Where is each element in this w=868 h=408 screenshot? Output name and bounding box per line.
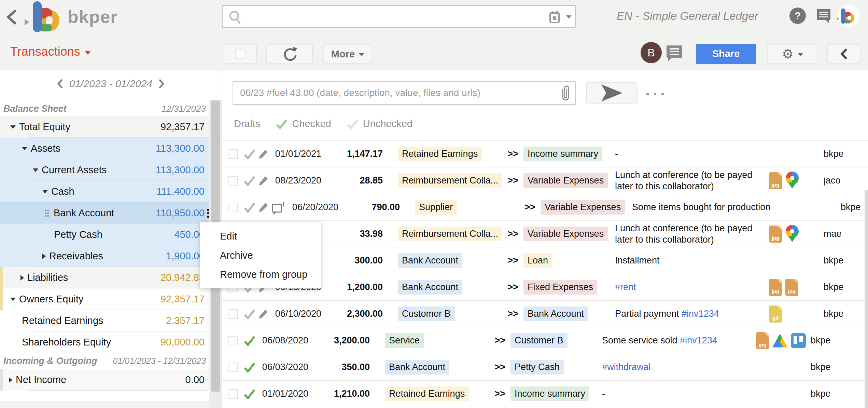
checked-status-icon[interactable] <box>244 202 255 213</box>
to-account-badge[interactable]: Bank Account <box>523 307 588 321</box>
hashtag-link[interactable]: #withdrawal <box>602 362 651 372</box>
expand-arrow-icon[interactable] <box>9 377 12 383</box>
transaction-row[interactable]: 06/08/2020 3,200.00 Service >> Customer … <box>222 327 868 354</box>
expand-arrow-icon[interactable] <box>42 190 48 193</box>
hashtag-link[interactable]: #inv1234 <box>682 309 719 319</box>
row-checkbox[interactable] <box>228 309 238 319</box>
search-input[interactable] <box>244 6 534 26</box>
collapse-panel-button[interactable] <box>827 44 860 64</box>
from-account-badge[interactable]: Reimbursement Colla... <box>398 173 502 188</box>
expand-arrow-icon[interactable] <box>20 275 24 281</box>
to-account-badge[interactable]: Customer B <box>510 333 568 348</box>
context-menu-item[interactable]: Archive <box>200 246 321 265</box>
to-account-badge[interactable]: Loan <box>523 253 552 268</box>
search-dropdown-icon[interactable] <box>566 15 572 19</box>
drag-handle-icon[interactable] <box>44 209 49 217</box>
transaction-row[interactable]: 1 06/20/2020 790.00 Supplier >> Variable… <box>222 194 868 221</box>
expand-arrow-icon[interactable] <box>10 125 16 129</box>
account-row[interactable]: Retained Earnings 2,357.17 <box>0 310 222 331</box>
drive-icon[interactable] <box>772 334 787 348</box>
edit-pencil-icon[interactable] <box>257 176 269 186</box>
maps-icon[interactable] <box>785 172 799 190</box>
from-account-badge[interactable]: Supplier <box>415 200 457 215</box>
to-account-badge[interactable]: Variable Expenses <box>541 200 625 215</box>
next-period-icon[interactable] <box>158 79 165 89</box>
row-checkbox[interactable] <box>228 336 238 345</box>
account-row[interactable]: Petty Cash 450.00 <box>0 224 222 245</box>
context-menu-item[interactable]: Edit <box>200 227 321 246</box>
checked-status-icon[interactable] <box>244 335 255 346</box>
checked-status-icon[interactable] <box>244 175 255 186</box>
transaction-entry-input[interactable] <box>240 82 553 104</box>
settings-button[interactable]: ⚙ <box>767 44 818 64</box>
account-row[interactable]: Net Income 0.00 <box>0 369 222 391</box>
account-row[interactable]: Owners Equity 92,357.17 <box>0 288 222 310</box>
checked-status-icon[interactable] <box>244 149 255 160</box>
trello-icon[interactable] <box>791 333 806 348</box>
checked-status-icon[interactable] <box>244 362 255 373</box>
help-icon[interactable] <box>789 8 806 24</box>
account-row[interactable]: Shareholders Equity 90,000.00 <box>0 331 222 353</box>
account-row[interactable]: Total Equity 92,357.17 <box>0 116 222 138</box>
view-selector[interactable]: Transactions <box>10 44 91 59</box>
transaction-row[interactable]: 08/23/2020 28.85 Reimbursement Colla... … <box>222 167 868 194</box>
checked-status-icon[interactable] <box>244 389 255 399</box>
row-checkbox[interactable] <box>228 363 238 372</box>
to-account-badge[interactable]: Variable Expenses <box>523 173 608 188</box>
expand-arrow-icon[interactable] <box>42 254 46 259</box>
from-account-badge[interactable]: Reimbursement Colla... <box>398 227 502 241</box>
bkper-account-avatar[interactable] <box>837 5 860 27</box>
filter-toggle[interactable]: Unchecked <box>347 118 412 130</box>
checked-status-icon[interactable] <box>244 309 255 319</box>
jpg-icon[interactable] <box>769 172 782 189</box>
edit-pencil-icon[interactable] <box>257 202 269 213</box>
from-account-badge[interactable]: Bank Account <box>398 253 462 268</box>
account-row[interactable]: Bank Account 110,950.00 <box>0 202 222 224</box>
paperclip-icon[interactable] <box>561 85 571 101</box>
transaction-row[interactable]: 06/03/2020 350.00 Bank Account >> Petty … <box>222 354 868 381</box>
from-account-badge[interactable]: Retained Earnings <box>385 386 469 401</box>
account-menu-icon[interactable] <box>207 208 209 218</box>
select-all-button[interactable] <box>224 44 257 64</box>
to-account-badge[interactable]: Income summary <box>510 386 589 401</box>
expand-arrow-icon[interactable] <box>33 168 38 172</box>
comments-icon[interactable] <box>667 45 683 61</box>
collaborator-avatar[interactable]: B <box>641 42 662 63</box>
account-row[interactable]: Liabilities 20,942.83 <box>0 267 222 288</box>
previous-period-icon[interactable] <box>57 79 63 89</box>
jpg-icon[interactable] <box>785 279 798 296</box>
expand-arrow-icon[interactable] <box>10 298 16 301</box>
more-options-icon[interactable] <box>646 93 674 95</box>
table-scrollbar[interactable] <box>865 190 868 408</box>
row-checkbox[interactable] <box>228 203 238 212</box>
bkper-logo[interactable]: bkper <box>33 1 118 32</box>
row-checkbox[interactable] <box>228 176 238 186</box>
filter-toggle[interactable]: Checked <box>276 118 331 130</box>
jpg-icon[interactable] <box>769 226 782 243</box>
to-account-badge[interactable]: Income summary <box>523 147 602 161</box>
hashtag-link[interactable]: #inv1234 <box>680 335 717 345</box>
transaction-row[interactable]: 01/01/2021 1,147.17 Retained Earnings >>… <box>222 141 868 167</box>
expand-arrow-icon[interactable] <box>22 147 27 150</box>
back-icon[interactable] <box>5 8 20 27</box>
gif-icon[interactable] <box>769 305 782 323</box>
feedback-chat-icon[interactable] <box>813 9 831 25</box>
transaction-row[interactable]: 06/10/2020 2,300.00 Customer B >> Bank A… <box>222 301 868 327</box>
to-account-badge[interactable]: Fixed Expenses <box>523 280 597 295</box>
from-account-badge[interactable]: Bank Account <box>398 280 462 295</box>
more-button[interactable]: More <box>323 44 372 64</box>
edit-pencil-icon[interactable] <box>257 149 269 159</box>
from-account-badge[interactable]: Retained Earnings <box>398 147 482 161</box>
calendar-icon[interactable] <box>549 11 560 24</box>
to-account-badge[interactable]: Petty Cash <box>510 360 564 375</box>
from-account-badge[interactable]: Customer B <box>398 307 455 321</box>
jpg-icon[interactable] <box>769 279 782 296</box>
hashtag-link[interactable]: #rent <box>615 282 636 292</box>
from-account-badge[interactable]: Bank Account <box>385 360 449 375</box>
jpg-icon[interactable] <box>756 332 769 349</box>
share-button[interactable]: Share <box>696 44 756 64</box>
post-transaction-button[interactable] <box>586 82 638 104</box>
context-menu-item[interactable]: Remove from group <box>200 265 321 284</box>
from-account-badge[interactable]: Service <box>385 333 424 348</box>
account-row[interactable]: Receivables 1,900.00 <box>0 245 222 267</box>
